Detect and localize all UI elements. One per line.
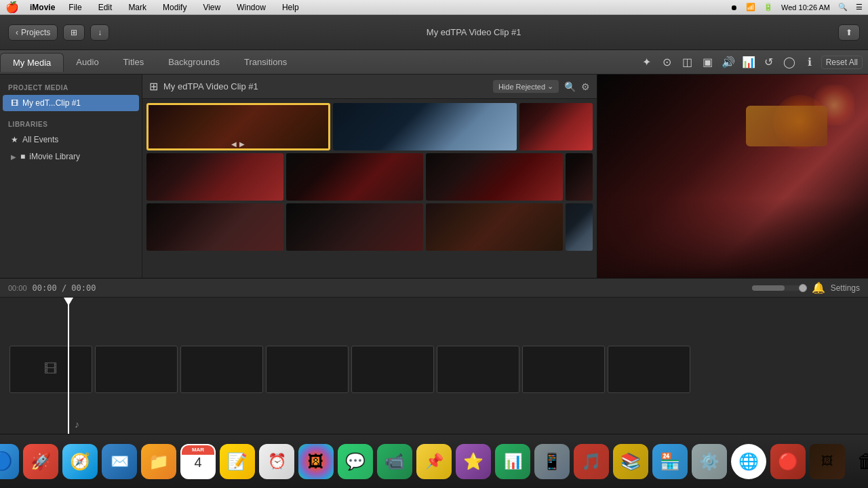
media-header: ⊞ My edTPA Video Clip #1 Hide Rejected ⌄…	[142, 75, 597, 99]
dock-itunes[interactable]: 🎵	[574, 444, 609, 479]
sidebar-item-imovie-library[interactable]: ▶ ■ iMovie Library	[3, 148, 139, 165]
timeline-clip[interactable]	[522, 346, 605, 393]
dock-files[interactable]: 📁	[141, 444, 176, 479]
menu-file[interactable]: File	[66, 3, 84, 12]
menu-mark[interactable]: Mark	[125, 3, 149, 12]
split-view-icon[interactable]: ⊞	[149, 80, 158, 93]
menubar: 🍎 iMovie File Edit Mark Modify View Wind…	[0, 0, 868, 15]
itunes-icon: 🎵	[581, 452, 601, 471]
sidebar-item-all-events[interactable]: ★ All Events	[3, 131, 139, 148]
download-button[interactable]: ↓	[90, 24, 109, 41]
color-icon[interactable]: ⊙	[658, 54, 676, 71]
reminders-icon: ⏰	[268, 453, 286, 470]
menu-view[interactable]: View	[200, 3, 223, 12]
media-thumb[interactable]	[566, 203, 593, 251]
dock-safari[interactable]: 🧭	[62, 444, 98, 479]
tab-audio[interactable]: Audio	[64, 53, 111, 71]
media-thumb[interactable]	[333, 103, 517, 150]
media-thumb[interactable]	[426, 153, 563, 201]
projects-button[interactable]: ‹ Projects	[8, 24, 58, 41]
dock-messages[interactable]: 💬	[338, 444, 373, 479]
dock-calendar[interactable]: MAR 4	[180, 444, 216, 479]
share-button[interactable]: ⬆	[838, 24, 860, 41]
media-thumb[interactable]	[146, 203, 283, 251]
dock-photo-thumbnail[interactable]: 🖼	[810, 444, 845, 479]
crop-icon[interactable]: ◫	[679, 54, 696, 71]
finder-icon: 🔵	[0, 451, 12, 472]
search-icon[interactable]: 🔍	[564, 81, 576, 92]
overlay-icon[interactable]: ◯	[781, 54, 798, 71]
timeline-header: 00:00 00:00 / 00:00 🔔 Settings	[0, 279, 868, 298]
share-icon: ⬆	[846, 28, 852, 37]
sidebar-item-clip[interactable]: 🎞 My edT...Clip #1	[3, 95, 139, 111]
scrub-left-icon: ◀	[231, 140, 237, 148]
stabilize-icon[interactable]: ↺	[760, 54, 778, 71]
media-row	[146, 153, 593, 201]
timeline-content[interactable]: 🎞 ♪	[0, 298, 868, 434]
timeline-clip[interactable]: 🎞	[9, 346, 92, 393]
media-thumb[interactable]	[426, 203, 563, 251]
apple-logo[interactable]: 🍎	[5, 1, 19, 14]
dock-mail[interactable]: ✉️	[102, 444, 137, 479]
chrome-icon: 🌐	[738, 452, 759, 471]
dock-system-prefs[interactable]: ⚙️	[692, 444, 727, 479]
camera-icon[interactable]: ▣	[699, 54, 717, 71]
app-name[interactable]: iMovie	[30, 3, 55, 12]
settings-gear-icon[interactable]: ⚙	[581, 81, 590, 92]
media-thumb[interactable]	[146, 153, 283, 201]
timeline-clip[interactable]	[180, 346, 263, 393]
dock-stickies[interactable]: 📌	[416, 444, 452, 479]
menu-modify[interactable]: Modify	[160, 3, 189, 12]
dock-launchpad[interactable]: 🚀	[23, 444, 58, 479]
menu-help[interactable]: Help	[279, 3, 302, 12]
dock-appstore[interactable]: 🏪	[652, 444, 688, 479]
nav-area: My Media Audio Titles Backgrounds Transi…	[0, 50, 868, 75]
menu-edit[interactable]: Edit	[96, 3, 115, 12]
grid-view-button[interactable]: ⊞	[63, 24, 85, 41]
dock-magnet[interactable]: 🔴	[770, 444, 806, 479]
appstore-icon: 🏪	[660, 452, 680, 471]
volume-icon[interactable]: 🔊	[719, 54, 737, 71]
media-thumb[interactable]: 6.5s ◀ ▶	[146, 103, 330, 150]
numbers-icon: 📊	[504, 453, 522, 470]
dock-facetime[interactable]: 📹	[377, 444, 412, 479]
reset-all-button[interactable]: Reset All	[821, 56, 863, 69]
menu-icon[interactable]: ☰	[856, 3, 863, 12]
dock-iphone-backup[interactable]: 📱	[534, 444, 570, 479]
media-thumb[interactable]	[566, 153, 593, 201]
dock-numbers[interactable]: 📊	[495, 444, 530, 479]
tab-transitions[interactable]: Transitions	[232, 53, 299, 71]
dock-reminders[interactable]: ⏰	[259, 444, 294, 479]
timeline-clip[interactable]	[608, 346, 690, 393]
dock-notes[interactable]: 📝	[220, 444, 255, 479]
timeline-clip[interactable]	[437, 346, 519, 393]
settings-button[interactable]: Settings	[831, 283, 860, 293]
chart-icon[interactable]: 📊	[740, 54, 757, 71]
info-icon[interactable]: ℹ	[801, 54, 818, 71]
timeline-clip[interactable]	[351, 346, 434, 393]
tab-my-media[interactable]: My Media	[0, 53, 64, 72]
facetime-icon: 📹	[384, 452, 405, 471]
menu-window[interactable]: Window	[234, 3, 269, 12]
battery-icon: 🔋	[764, 3, 773, 12]
tab-backgrounds[interactable]: Backgrounds	[156, 53, 232, 71]
media-thumb[interactable]	[519, 103, 593, 150]
tab-titles[interactable]: Titles	[111, 53, 157, 71]
status-bar: ⏺ 📶 🔋 Wed 10:26 AM 🔍 ☰	[730, 3, 863, 12]
dock-photos[interactable]: 🖼	[298, 444, 334, 479]
media-thumb[interactable]	[286, 203, 423, 251]
search-icon[interactable]: 🔍	[838, 3, 848, 12]
media-thumb[interactable]	[286, 153, 423, 201]
dock-chrome[interactable]: 🌐	[731, 444, 766, 479]
chevron-down-icon: ⌄	[547, 82, 553, 91]
dock-ibooks[interactable]: 📚	[613, 444, 648, 479]
magic-wand-icon[interactable]: ✦	[638, 54, 656, 71]
preview-video	[597, 75, 868, 281]
timeline-clip[interactable]	[266, 346, 349, 393]
hide-rejected-button[interactable]: Hide Rejected ⌄	[493, 80, 559, 93]
dock-trash[interactable]: 🗑	[849, 444, 868, 479]
music-note-icon: ♪	[75, 419, 79, 430]
dock-imovie[interactable]: ⭐	[456, 444, 491, 479]
timeline-clip[interactable]	[95, 346, 178, 393]
dock-finder[interactable]: 🔵	[0, 444, 19, 479]
